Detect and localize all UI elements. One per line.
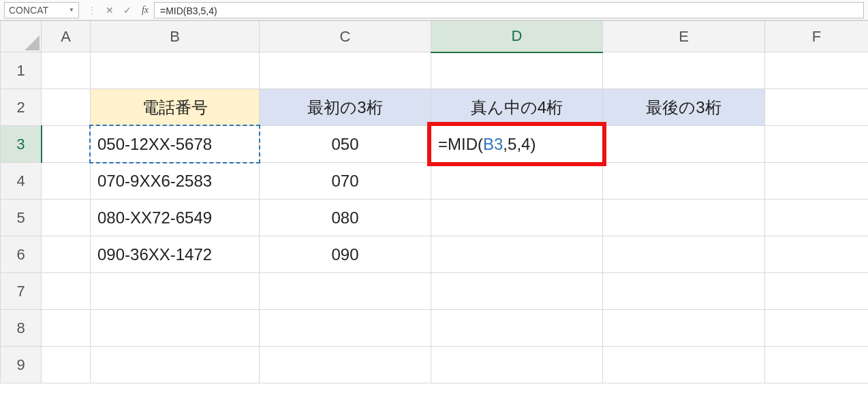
cell-F9[interactable] <box>765 347 869 383</box>
row-8: 8 <box>1 310 869 347</box>
cell-C9[interactable] <box>260 347 431 383</box>
row-header-2[interactable]: 2 <box>1 89 42 126</box>
cell-B9[interactable] <box>91 347 260 383</box>
col-header-A[interactable]: A <box>42 21 91 52</box>
cell-B1[interactable] <box>91 52 260 89</box>
col-header-C[interactable]: C <box>260 21 431 52</box>
grid[interactable]: A B C D E F 1 2 電話番号 最初の3桁 真ん中の4桁 最後の3桁 … <box>0 20 868 383</box>
cell-D1[interactable] <box>431 52 603 89</box>
row-9: 9 <box>1 347 869 383</box>
cell-C7[interactable] <box>260 273 431 310</box>
row-3: 3 050-12XX-5678 050 =MID(B3,5,4) <box>1 126 869 163</box>
cell-C4[interactable]: 070 <box>260 163 431 200</box>
formula-suffix: ,5,4) <box>503 135 536 153</box>
cell-D8[interactable] <box>431 310 603 347</box>
cell-F5[interactable] <box>765 200 869 236</box>
cell-C6[interactable]: 090 <box>260 236 431 273</box>
row-header-3[interactable]: 3 <box>1 126 42 163</box>
cell-A8[interactable] <box>42 310 91 347</box>
cell-E9[interactable] <box>603 347 765 383</box>
cell-C8[interactable] <box>260 310 431 347</box>
cell-F7[interactable] <box>765 273 869 310</box>
accept-formula-button[interactable]: ✓ <box>119 5 136 16</box>
cell-B8[interactable] <box>91 310 260 347</box>
cell-E8[interactable] <box>603 310 765 347</box>
row-header-6[interactable]: 6 <box>1 236 42 273</box>
cell-A7[interactable] <box>42 273 91 310</box>
name-box-text: CONCAT <box>9 5 48 16</box>
col-header-B[interactable]: B <box>91 21 260 52</box>
worksheet: A B C D E F 1 2 電話番号 最初の3桁 真ん中の4桁 最後の3桁 … <box>0 20 868 383</box>
col-header-E[interactable]: E <box>603 21 765 52</box>
row-header-9[interactable]: 9 <box>1 347 42 383</box>
row-header-8[interactable]: 8 <box>1 310 42 347</box>
formula-display: =MID(B3,5,4) <box>438 135 536 153</box>
cell-B4[interactable]: 070-9XX6-2583 <box>91 163 260 200</box>
col-header-D[interactable]: D <box>431 21 603 52</box>
cell-A2[interactable] <box>42 89 91 126</box>
row-5: 5 080-XX72-6549 080 <box>1 200 869 236</box>
cell-A3[interactable] <box>42 126 91 163</box>
formula-input[interactable]: =MID(B3,5,4) <box>154 2 864 18</box>
cell-E3[interactable] <box>603 126 765 163</box>
cell-F1[interactable] <box>765 52 869 89</box>
col-header-F[interactable]: F <box>765 21 869 52</box>
cell-F6[interactable] <box>765 236 869 273</box>
formula-ref: B3 <box>483 135 503 153</box>
cell-D3[interactable]: =MID(B3,5,4) <box>431 126 603 163</box>
cell-B2[interactable]: 電話番号 <box>91 89 260 126</box>
cell-E2[interactable]: 最後の3桁 <box>603 89 765 126</box>
cell-D9[interactable] <box>431 347 603 383</box>
cell-D7[interactable] <box>431 273 603 310</box>
chevron-down-icon[interactable]: ▼ <box>69 7 74 13</box>
column-header-row: A B C D E F <box>1 21 869 52</box>
formula-prefix: =MID( <box>438 135 483 153</box>
formula-bar: CONCAT ▼ ⋮ ✕ ✓ fx =MID(B3,5,4) <box>0 0 868 20</box>
cell-E5[interactable] <box>603 200 765 236</box>
select-all-corner[interactable] <box>1 21 42 52</box>
cell-C5[interactable]: 080 <box>260 200 431 236</box>
cell-A9[interactable] <box>42 347 91 383</box>
row-header-5[interactable]: 5 <box>1 200 42 236</box>
cell-B7[interactable] <box>91 273 260 310</box>
cell-D4[interactable] <box>431 163 603 200</box>
fx-icon[interactable]: fx <box>136 5 154 16</box>
cell-B3[interactable]: 050-12XX-5678 <box>91 126 260 163</box>
row-header-4[interactable]: 4 <box>1 163 42 200</box>
cell-E7[interactable] <box>603 273 765 310</box>
cell-E6[interactable] <box>603 236 765 273</box>
row-header-1[interactable]: 1 <box>1 52 42 89</box>
cell-A4[interactable] <box>42 163 91 200</box>
row-6: 6 090-36XX-1472 090 <box>1 236 869 273</box>
row-1: 1 <box>1 52 869 89</box>
cell-C3[interactable]: 050 <box>260 126 431 163</box>
cell-A5[interactable] <box>42 200 91 236</box>
separator: ⋮ <box>83 5 101 16</box>
cell-A1[interactable] <box>42 52 91 89</box>
cell-D2[interactable]: 真ん中の4桁 <box>431 89 603 126</box>
cell-C1[interactable] <box>260 52 431 89</box>
cell-B5[interactable]: 080-XX72-6549 <box>91 200 260 236</box>
row-header-7[interactable]: 7 <box>1 273 42 310</box>
cell-F3[interactable] <box>765 126 869 163</box>
row-2: 2 電話番号 最初の3桁 真ん中の4桁 最後の3桁 <box>1 89 869 126</box>
row-7: 7 <box>1 273 869 310</box>
cell-F8[interactable] <box>765 310 869 347</box>
cell-D6[interactable] <box>431 236 603 273</box>
cell-F4[interactable] <box>765 163 869 200</box>
cell-C2[interactable]: 最初の3桁 <box>260 89 431 126</box>
cell-D5[interactable] <box>431 200 603 236</box>
row-4: 4 070-9XX6-2583 070 <box>1 163 869 200</box>
cell-B6[interactable]: 090-36XX-1472 <box>91 236 260 273</box>
name-box[interactable]: CONCAT ▼ <box>4 2 79 18</box>
cell-F2[interactable] <box>765 89 869 126</box>
cell-E4[interactable] <box>603 163 765 200</box>
cell-E1[interactable] <box>603 52 765 89</box>
cancel-formula-button[interactable]: ✕ <box>101 5 119 16</box>
cell-A6[interactable] <box>42 236 91 273</box>
